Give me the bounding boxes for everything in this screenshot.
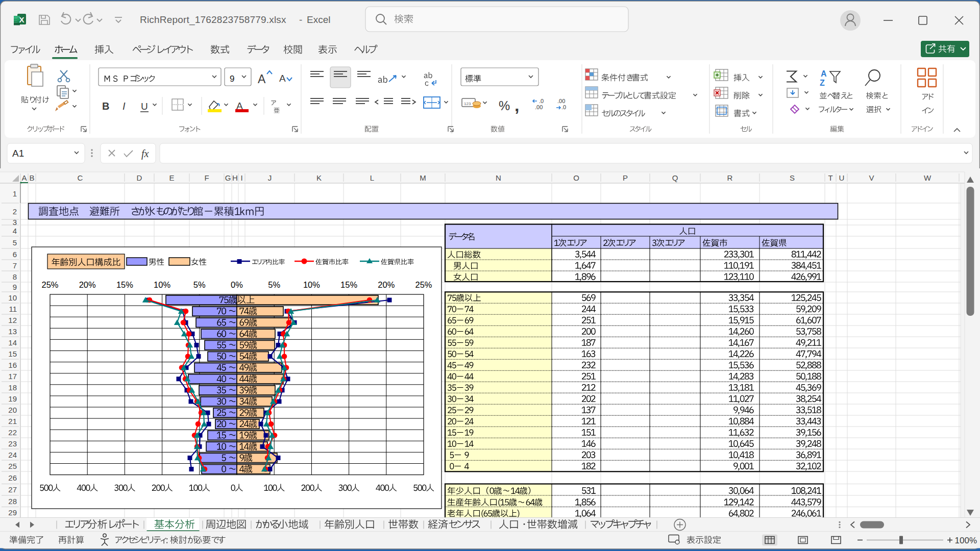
- svg-text:0%: 0%: [231, 280, 243, 289]
- svg-text:15%: 15%: [116, 280, 133, 289]
- svg-text:5: 5: [13, 238, 17, 247]
- svg-text:F: F: [204, 173, 209, 182]
- svg-text:B: B: [102, 101, 109, 112]
- svg-text:13: 13: [8, 327, 17, 336]
- svg-text:5%: 5%: [193, 280, 206, 289]
- svg-text:25%: 25%: [41, 280, 58, 289]
- svg-text:2: 2: [13, 207, 17, 216]
- svg-text:20%: 20%: [378, 280, 395, 289]
- svg-text:-: -: [299, 14, 302, 25]
- svg-text:25%: 25%: [415, 280, 432, 289]
- svg-text:A1: A1: [12, 148, 24, 159]
- svg-text:10%: 10%: [154, 280, 170, 289]
- svg-text:24: 24: [8, 450, 17, 459]
- svg-text:.0: .0: [561, 104, 566, 110]
- svg-text:G: G: [225, 173, 231, 182]
- svg-text:Z: Z: [820, 79, 825, 87]
- svg-text:A: A: [821, 69, 827, 78]
- svg-text:10: 10: [8, 293, 17, 302]
- svg-text:9: 9: [13, 283, 17, 291]
- svg-text:9: 9: [230, 74, 234, 84]
- svg-text:15: 15: [8, 349, 17, 358]
- svg-text:L: L: [370, 173, 374, 182]
- svg-text:20: 20: [8, 406, 17, 414]
- svg-text:23: 23: [8, 439, 17, 448]
- svg-text:.00: .00: [535, 104, 543, 110]
- svg-text:29: 29: [8, 508, 17, 517]
- svg-text:B: B: [29, 173, 34, 182]
- svg-text:6: 6: [13, 250, 17, 259]
- svg-text:I: I: [240, 173, 242, 182]
- svg-text:N: N: [496, 173, 501, 182]
- svg-text:27: 27: [8, 485, 17, 494]
- svg-text:K: K: [316, 173, 322, 182]
- svg-text:P: P: [623, 173, 628, 182]
- svg-text:21: 21: [8, 417, 17, 425]
- svg-text:5%: 5%: [268, 280, 280, 289]
- svg-text:20%: 20%: [79, 280, 96, 289]
- svg-text:8: 8: [13, 272, 17, 281]
- svg-text:V: V: [869, 173, 874, 182]
- svg-text:17: 17: [8, 372, 17, 381]
- svg-text:I: I: [122, 101, 126, 112]
- svg-text:26: 26: [8, 473, 17, 482]
- svg-text:S: S: [790, 173, 795, 182]
- svg-text:T: T: [828, 173, 832, 182]
- svg-text:28: 28: [8, 497, 17, 506]
- svg-text:A: A: [258, 72, 266, 86]
- svg-text:123: 123: [464, 102, 471, 106]
- svg-text:14: 14: [8, 338, 17, 347]
- svg-text:W: W: [924, 173, 932, 182]
- svg-text:12: 12: [8, 316, 17, 324]
- svg-text:11: 11: [9, 305, 17, 313]
- svg-text:.0: .0: [539, 98, 544, 104]
- svg-text:O: O: [573, 173, 579, 182]
- svg-text:100%: 100%: [955, 536, 977, 545]
- svg-text:19: 19: [8, 394, 17, 403]
- svg-text:X: X: [19, 15, 24, 24]
- svg-text:A: A: [21, 173, 27, 182]
- svg-text:16: 16: [8, 361, 17, 369]
- svg-text:U: U: [141, 101, 148, 112]
- svg-text:22: 22: [8, 428, 17, 437]
- svg-text:25: 25: [8, 462, 17, 470]
- svg-text:RichReport_1762823758779.xlsx: RichReport_1762823758779.xlsx: [140, 14, 286, 26]
- svg-text:1: 1: [13, 189, 17, 198]
- svg-text:fx: fx: [141, 148, 149, 160]
- svg-text:%: %: [499, 98, 510, 113]
- svg-text:H: H: [232, 173, 238, 182]
- svg-text:3: 3: [13, 218, 17, 227]
- svg-text:E: E: [169, 173, 174, 182]
- svg-text:J: J: [268, 173, 272, 182]
- svg-text:D: D: [137, 173, 142, 182]
- svg-text:R: R: [727, 173, 733, 182]
- svg-text:A: A: [279, 73, 286, 84]
- svg-text:10%: 10%: [303, 280, 320, 289]
- svg-text:C: C: [78, 173, 83, 182]
- svg-text:7: 7: [13, 261, 17, 270]
- svg-text:M: M: [420, 173, 426, 182]
- svg-text:18: 18: [8, 383, 17, 392]
- svg-text:4: 4: [13, 227, 17, 235]
- svg-text:Excel: Excel: [307, 14, 330, 25]
- svg-text:15%: 15%: [340, 280, 357, 289]
- svg-text:,: ,: [514, 95, 519, 115]
- svg-text:Q: Q: [672, 173, 678, 182]
- svg-text:.00: .00: [557, 98, 565, 104]
- svg-text:U: U: [839, 173, 845, 182]
